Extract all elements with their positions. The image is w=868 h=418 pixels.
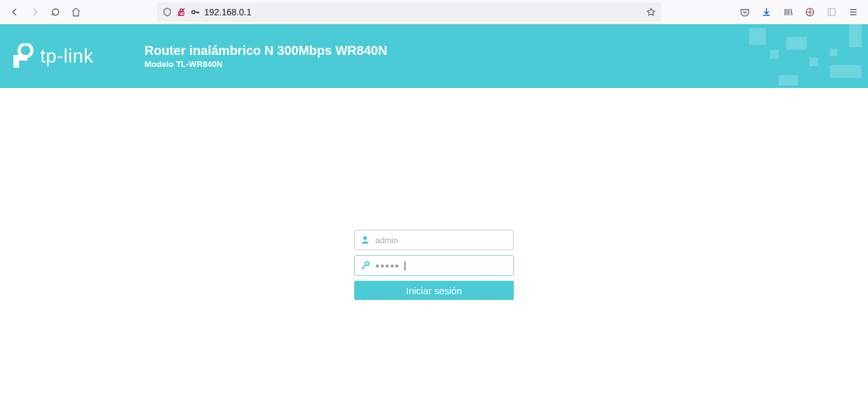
pocket-icon[interactable] (735, 3, 754, 22)
extension-icon[interactable] (800, 3, 819, 22)
page-subtitle: Modelo TL-WR840N (145, 59, 387, 69)
menu-icon[interactable] (844, 3, 863, 22)
download-icon[interactable] (757, 3, 776, 22)
address-bar[interactable]: 192.168.0.1 (157, 3, 661, 22)
key-icon (360, 260, 370, 271)
page-header: tp-link Router inalámbrico N 300Mbps WR8… (0, 24, 868, 88)
header-decoration (702, 24, 868, 88)
bookmark-star-icon[interactable] (646, 7, 656, 17)
shield-icon (162, 7, 172, 17)
lock-slash-icon (176, 7, 186, 17)
home-button[interactable] (66, 3, 86, 22)
login-form: ●●●●● Iniciar sesión (354, 230, 514, 300)
login-button[interactable]: Iniciar sesión (354, 281, 514, 300)
back-button[interactable] (5, 3, 24, 22)
reload-button[interactable] (46, 3, 65, 22)
password-mask: ●●●●● (375, 262, 400, 269)
password-field-wrap[interactable]: ●●●●● (354, 255, 514, 276)
username-field-wrap[interactable] (354, 230, 514, 250)
forward-button[interactable] (26, 3, 45, 22)
browser-toolbar: 192.168.0.1 (0, 0, 868, 24)
brand-logo: tp-link (11, 43, 94, 69)
svg-point-7 (363, 236, 367, 240)
brand-name: tp-link (40, 45, 94, 67)
username-input[interactable] (375, 235, 508, 245)
key-icon (190, 7, 200, 17)
svg-rect-3 (828, 8, 835, 15)
svg-point-1 (192, 10, 195, 13)
url-text: 192.168.0.1 (204, 7, 642, 17)
svg-rect-6 (13, 55, 27, 61)
user-icon (360, 235, 370, 245)
tplink-logo-icon (11, 43, 34, 69)
text-caret (405, 261, 405, 271)
library-icon[interactable] (779, 3, 798, 22)
page-title: Router inalámbrico N 300Mbps WR840N (145, 43, 387, 58)
sidebar-icon[interactable] (822, 3, 841, 22)
